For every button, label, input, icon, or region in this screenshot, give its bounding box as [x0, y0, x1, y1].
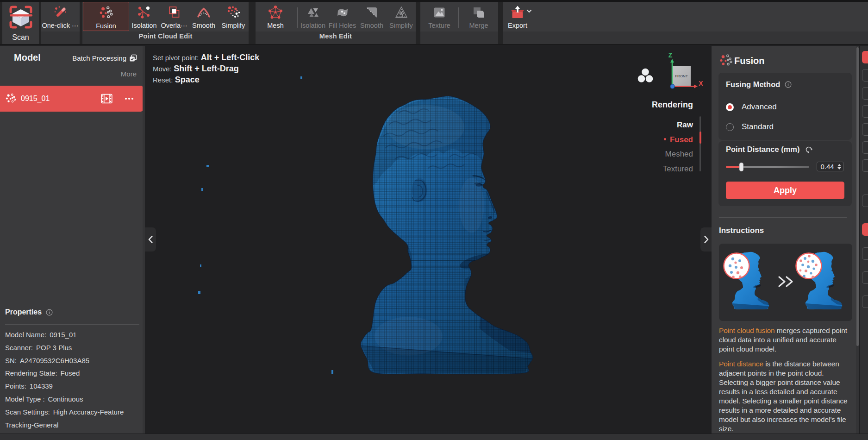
edge-tool-button[interactable]	[862, 271, 868, 284]
collapse-right-panel-button[interactable]	[700, 227, 712, 251]
fusion-label: Fusion	[96, 22, 116, 30]
pc-simplify-button[interactable]: Simplify	[219, 2, 248, 31]
point-cloud-item-icon	[5, 93, 17, 105]
fusion-panel-header: Fusion	[718, 53, 765, 68]
spin-up-icon[interactable]	[837, 164, 841, 166]
scan-button[interactable]: Scan	[2, 2, 39, 44]
render-circles-icon[interactable]	[637, 67, 654, 85]
paragraph-lead: Point distance	[719, 360, 763, 368]
magic-wand-icon	[53, 3, 68, 22]
viewport-3d[interactable]: Set pivot point: Alt + Left-Click Move: …	[145, 46, 712, 434]
mesh-button[interactable]: Mesh	[256, 2, 295, 31]
rendering-option-fused[interactable]: Fused	[652, 132, 699, 147]
instruction-paragraph-distance: Point distance is the distance between a…	[719, 359, 852, 434]
collapse-left-panel-button[interactable]	[145, 227, 156, 251]
radio-standard-control[interactable]	[726, 123, 734, 131]
mesh-isolation-button[interactable]: Isolation	[298, 2, 328, 31]
mesh-isolation-icon	[306, 3, 320, 22]
toolbar-group-export: Export	[503, 2, 868, 44]
properties-info-icon[interactable]	[46, 309, 53, 316]
mesh-simplify-icon	[394, 3, 409, 22]
pc-isolation-button[interactable]: Isolation	[129, 2, 159, 31]
model-list-item[interactable]: 0915_01	[0, 86, 143, 112]
radio-advanced-label: Advanced	[742, 102, 777, 112]
panel-scrollbar-thumb[interactable]	[856, 47, 859, 346]
play-video-icon[interactable]	[101, 94, 112, 104]
spin-down-icon[interactable]	[837, 167, 841, 170]
apply-button[interactable]: Apply	[726, 182, 844, 199]
radio-advanced[interactable]: Advanced	[726, 102, 777, 112]
rendering-active-indicator	[699, 132, 701, 144]
gizmo-origin-dot	[670, 84, 674, 88]
edge-tool-button[interactable]	[862, 87, 868, 100]
toolbar-group-mesh-edit: Mesh Edit	[256, 2, 416, 44]
property-row: Model Type :Continuous	[5, 393, 143, 406]
reset-point-distance-icon[interactable]	[805, 146, 812, 153]
scan-icon	[8, 5, 33, 31]
spin-arrows[interactable]	[837, 164, 841, 170]
overlap-button[interactable]: Overla···	[159, 2, 189, 31]
edge-tool-button[interactable]	[862, 141, 868, 154]
edge-tool-button[interactable]	[862, 51, 868, 63]
scan-label: Scan	[2, 33, 39, 42]
pc-smooth-label: Smooth	[192, 22, 215, 30]
mesh-simplify-button[interactable]: Simplify	[387, 2, 416, 31]
more-options-icon[interactable]	[125, 97, 134, 100]
right-edge-toolbar	[859, 46, 868, 434]
edge-tool-button[interactable]	[862, 295, 868, 308]
rendering-option-textured[interactable]: Textured	[652, 162, 699, 176]
mesh-smooth-button[interactable]: Smooth	[357, 2, 387, 31]
edge-tool-button[interactable]	[862, 247, 868, 260]
edge-tool-button[interactable]	[862, 223, 868, 236]
edge-tool-button[interactable]	[862, 69, 868, 82]
fusing-method-label: Fusing Method	[726, 80, 780, 89]
pc-simplify-label: Simplify	[222, 22, 245, 30]
scan-noise-speck	[331, 370, 333, 374]
fusion-button[interactable]: Fusion	[83, 2, 129, 31]
toolbar-divider	[297, 7, 298, 28]
fusion-panel: Fusion Fusing Method Advanced	[712, 46, 856, 434]
scan-noise-speck	[200, 264, 201, 267]
radio-advanced-control[interactable]	[726, 103, 734, 111]
point-distance-slider[interactable]	[726, 166, 809, 168]
scan-noise-speck	[300, 76, 302, 79]
property-row: Rendering State:Fused	[5, 367, 143, 380]
chevron-left-icon	[148, 235, 153, 244]
export-dropdown-caret[interactable]	[526, 9, 532, 13]
scanned-bust-model[interactable]	[336, 81, 554, 380]
toolbar: Scan One-click ···	[0, 2, 868, 44]
properties-divider	[5, 324, 139, 325]
fusion-panel-title: Fusion	[734, 56, 765, 66]
edge-tool-button[interactable]	[862, 195, 868, 207]
paragraph-lead: Point cloud fusion	[719, 327, 775, 334]
point-density-before	[724, 253, 749, 279]
export-button[interactable]: Export	[503, 2, 532, 31]
edge-tool-button[interactable]	[862, 105, 868, 118]
fusing-method-info-icon[interactable]	[785, 81, 792, 88]
fill-holes-button[interactable]: Fill Holes	[328, 2, 357, 31]
rendering-option-raw[interactable]: Raw	[652, 118, 699, 132]
rendering-option-meshed[interactable]: Meshed	[652, 147, 699, 162]
more-button[interactable]: More	[121, 70, 137, 78]
transform-arrow-icon	[779, 277, 792, 286]
radio-standard[interactable]: Standard	[726, 122, 774, 132]
edge-tool-button[interactable]	[862, 123, 868, 136]
pc-smooth-button[interactable]: Smooth	[189, 2, 219, 31]
property-row: Points:104339	[5, 380, 143, 393]
axis-gizmo[interactable]: FRONT Z X	[665, 49, 706, 90]
batch-processing-button[interactable]: Batch Processing	[72, 54, 137, 62]
merge-button[interactable]: Merge	[459, 2, 498, 31]
edge-tool-button[interactable]	[862, 159, 868, 172]
one-click-button[interactable]: One-click ···	[41, 2, 80, 31]
window-bottom-bar	[0, 434, 868, 440]
panel-scrollbar[interactable]	[856, 46, 859, 434]
gizmo-z-label: Z	[668, 51, 673, 59]
pc-simplify-icon	[225, 3, 241, 22]
model-item-name: 0915_01	[21, 94, 50, 103]
slider-thumb[interactable]	[739, 163, 743, 171]
fusion-icon	[98, 4, 114, 22]
pc-smooth-icon	[196, 3, 212, 22]
texture-button[interactable]: Texture	[420, 2, 458, 31]
point-distance-spinbox[interactable]: 0.44	[817, 162, 844, 171]
scan-noise-speck	[206, 165, 209, 167]
